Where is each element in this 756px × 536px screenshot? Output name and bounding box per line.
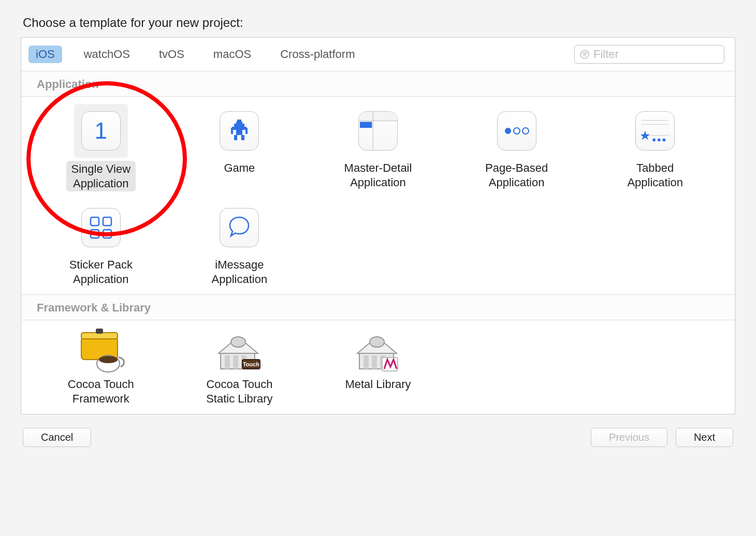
svg-rect-37 [225, 355, 230, 369]
template-label: Game [224, 161, 255, 175]
master-detail-icon [358, 111, 398, 151]
filter-field[interactable] [574, 45, 724, 64]
next-button[interactable]: Next [676, 428, 733, 447]
page-based-icon [497, 111, 536, 151]
svg-point-49 [370, 337, 384, 347]
dialog-footer: Cancel Previous Next [21, 414, 735, 447]
svg-rect-11 [231, 128, 233, 134]
tab-watchos[interactable]: watchOS [77, 46, 137, 63]
tab-ios[interactable]: iOS [28, 46, 62, 63]
svg-rect-30 [103, 230, 111, 238]
svg-rect-8 [236, 130, 242, 135]
template-label: Master-Detail Application [344, 161, 412, 189]
svg-point-24 [652, 139, 656, 142]
svg-rect-28 [103, 217, 111, 226]
template-sticker-pack[interactable]: Sticker Pack Application [32, 198, 170, 288]
tabbed-icon [635, 111, 675, 151]
svg-rect-5 [236, 122, 242, 124]
filter-input[interactable] [593, 48, 719, 61]
svg-rect-27 [91, 217, 99, 226]
template-label: Metal Library [345, 377, 411, 392]
template-label: Sticker Pack Application [69, 258, 133, 286]
svg-rect-6 [234, 124, 244, 127]
cocoa-touch-static-icon: Touch [213, 327, 265, 374]
imessage-icon [220, 208, 259, 247]
sticker-pack-icon [81, 208, 121, 247]
metal-library-icon [352, 327, 404, 374]
previous-button[interactable]: Previous [591, 428, 667, 447]
svg-rect-7 [232, 127, 246, 130]
tab-macos[interactable]: macOS [206, 46, 258, 63]
template-tabbed[interactable]: Tabbed Application [586, 101, 724, 193]
svg-point-26 [663, 139, 666, 142]
svg-point-18 [514, 128, 520, 134]
application-grid: 1 Single View Application [21, 97, 735, 294]
platform-toolbar: iOS watchOS tvOS macOS Cross-platform [21, 38, 735, 71]
framework-grid: Cocoa Touch Framework Touch Cocoa Touch … [21, 320, 735, 414]
section-header-framework: Framework & Library [21, 294, 735, 320]
svg-point-17 [505, 128, 511, 134]
template-label: Cocoa Touch Framework [68, 377, 134, 406]
template-label: Tabbed Application [627, 161, 683, 189]
svg-rect-9 [234, 135, 237, 140]
svg-rect-16 [360, 122, 372, 128]
template-cocoa-touch-static[interactable]: Touch Cocoa Touch Static Library [170, 324, 309, 408]
template-label: Cocoa Touch Static Library [206, 377, 272, 406]
tab-cross-platform[interactable]: Cross-platform [273, 46, 362, 63]
cancel-button[interactable]: Cancel [23, 428, 91, 447]
svg-text:Touch: Touch [243, 361, 259, 367]
template-imessage[interactable]: iMessage Application [170, 198, 309, 288]
template-page-based[interactable]: Page-Based Application [447, 101, 586, 193]
template-label: Page-Based Application [485, 161, 548, 189]
template-label: Single View Application [66, 161, 136, 191]
svg-point-25 [658, 139, 661, 142]
svg-point-19 [522, 128, 529, 134]
template-master-detail[interactable]: Master-Detail Application [309, 101, 447, 193]
svg-rect-33 [96, 329, 103, 334]
svg-rect-46 [372, 355, 377, 369]
template-panel: iOS watchOS tvOS macOS Cross-platform Ap… [21, 37, 735, 414]
section-header-application: Application [21, 71, 735, 97]
template-label: iMessage Application [212, 258, 268, 286]
tab-tvos[interactable]: tvOS [152, 46, 192, 63]
svg-rect-10 [241, 135, 244, 140]
svg-rect-12 [245, 128, 248, 134]
game-icon [220, 111, 259, 151]
template-game[interactable]: Game [170, 101, 309, 193]
svg-point-41 [231, 337, 245, 347]
dialog-heading: Choose a template for your new project: [21, 10, 735, 37]
svg-point-35 [99, 356, 118, 363]
cocoa-touch-framework-icon [75, 327, 127, 374]
single-view-icon: 1 [81, 111, 121, 151]
filter-icon [580, 50, 589, 59]
svg-rect-38 [233, 355, 238, 369]
svg-rect-4 [237, 120, 241, 122]
svg-rect-29 [91, 230, 99, 238]
svg-rect-45 [364, 355, 369, 369]
svg-rect-13 [359, 112, 397, 121]
template-metal-library[interactable]: Metal Library [309, 324, 447, 408]
template-single-view[interactable]: 1 Single View Application [32, 101, 170, 193]
template-cocoa-touch-framework[interactable]: Cocoa Touch Framework [32, 324, 170, 408]
